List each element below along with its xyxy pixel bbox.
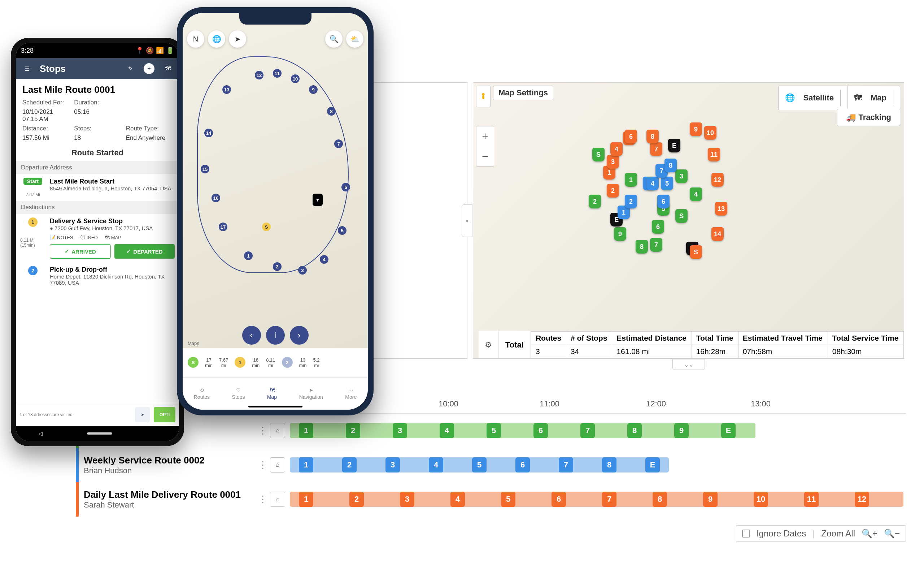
timeline-stop[interactable]: 5 bbox=[501, 492, 515, 507]
timeline-stop[interactable]: 9 bbox=[674, 423, 688, 438]
timeline-stop[interactable]: 3 bbox=[393, 423, 407, 438]
timeline-stop[interactable]: 2 bbox=[350, 492, 364, 507]
timeline-stop[interactable]: 7 bbox=[559, 457, 573, 472]
map-marker[interactable]: 6 bbox=[625, 130, 637, 143]
map-marker[interactable]: S bbox=[592, 148, 604, 161]
timeline-stop[interactable]: E bbox=[645, 457, 660, 472]
map-marker[interactable]: 10 bbox=[704, 126, 717, 140]
timeline-stop[interactable]: 10 bbox=[754, 492, 768, 507]
map-marker[interactable]: 9 bbox=[690, 122, 702, 136]
arrived-button[interactable]: ✓ ARRIVED bbox=[50, 244, 111, 259]
map-settings-button[interactable]: Map Settings bbox=[493, 86, 554, 100]
map-marker[interactable]: 6 bbox=[657, 195, 669, 208]
edit-icon[interactable]: ✎ bbox=[124, 63, 136, 75]
locate-icon[interactable]: ➤ bbox=[229, 30, 246, 48]
home-icon[interactable]: ⌂ bbox=[270, 457, 285, 472]
totals-settings-icon[interactable]: ⚙ bbox=[478, 331, 498, 358]
map-marker[interactable]: 8 bbox=[636, 240, 648, 254]
timeline-stop[interactable]: 5 bbox=[486, 423, 501, 438]
route-menu-icon[interactable]: ⋮ bbox=[255, 459, 270, 471]
navigate-icon[interactable]: ➤ bbox=[135, 407, 150, 422]
timeline-stop[interactable]: 6 bbox=[552, 492, 566, 507]
zoom-in-icon[interactable]: 🔍+ bbox=[861, 528, 878, 538]
map-marker[interactable]: 7 bbox=[650, 238, 662, 252]
map-marker[interactable]: 2 bbox=[625, 195, 637, 208]
map-marker[interactable]: 8 bbox=[646, 130, 659, 143]
map-button[interactable]: 🗺 MAP bbox=[105, 235, 121, 240]
map-marker[interactable]: S bbox=[675, 209, 688, 223]
map-marker-end[interactable]: E bbox=[668, 139, 680, 152]
departed-button[interactable]: ✓ DEPARTED bbox=[114, 244, 175, 259]
timeline-stop[interactable]: 3 bbox=[400, 492, 414, 507]
stop-item-1[interactable]: 18.11 Mi (15min) Delivery & Service Stop… bbox=[16, 214, 179, 262]
map-marker[interactable]: 2 bbox=[607, 184, 619, 198]
map-marker[interactable]: 4 bbox=[610, 142, 622, 156]
search-icon[interactable]: 🔍 bbox=[325, 30, 342, 48]
tab-map[interactable]: 🗺Map bbox=[267, 387, 277, 400]
iphone-map[interactable]: 12 13 14 15 16 17 1 2 3 4 5 6 7 8 9 10 1… bbox=[183, 13, 368, 348]
map-marker[interactable]: 12 bbox=[711, 173, 724, 187]
tab-more[interactable]: ⋯More bbox=[345, 387, 357, 400]
timeline-stop[interactable]: 6 bbox=[534, 423, 548, 438]
ignore-dates-checkbox[interactable] bbox=[742, 529, 750, 537]
timeline-stop[interactable]: 2 bbox=[342, 457, 357, 472]
map-marker[interactable]: 1 bbox=[625, 173, 637, 187]
route-menu-icon[interactable]: ⋮ bbox=[255, 425, 270, 436]
notes-button[interactable]: 📝 NOTES bbox=[50, 235, 73, 240]
timeline-stop[interactable]: 4 bbox=[440, 423, 454, 438]
tracking-button[interactable]: 🚚 Tracking bbox=[837, 109, 900, 126]
timeline-stop[interactable]: 7 bbox=[580, 423, 595, 438]
add-button[interactable]: + bbox=[143, 63, 155, 75]
info-button[interactable]: ⓘ INFO bbox=[81, 234, 98, 241]
map-marker[interactable]: 2 bbox=[589, 195, 601, 208]
tab-stops[interactable]: ♡Stops bbox=[232, 387, 245, 400]
timeline-stop[interactable]: 5 bbox=[472, 457, 486, 472]
map-button[interactable]: 🗺 Map bbox=[848, 86, 900, 110]
zoom-in-button[interactable]: + bbox=[476, 126, 494, 146]
timeline-stop[interactable]: 9 bbox=[703, 492, 717, 507]
back-icon[interactable]: ◁ bbox=[38, 430, 43, 437]
prev-stop-button[interactable]: ‹ bbox=[242, 326, 261, 344]
timeline-stop[interactable]: 12 bbox=[855, 492, 869, 507]
map-marker[interactable]: 11 bbox=[708, 148, 720, 161]
home-indicator[interactable] bbox=[248, 406, 303, 408]
map-marker[interactable]: S bbox=[690, 245, 702, 259]
stop-item-2[interactable]: 2 Pick-up & Drop-off Home Depot, 11820 D… bbox=[16, 262, 179, 289]
map-marker[interactable]: 4 bbox=[646, 177, 659, 190]
map-marker[interactable]: 14 bbox=[711, 227, 724, 241]
route-menu-icon[interactable]: ⋮ bbox=[255, 494, 270, 505]
menu-icon[interactable]: ☰ bbox=[21, 63, 33, 75]
stop-info-button[interactable]: i bbox=[266, 326, 285, 344]
map-icon[interactable]: 🗺 bbox=[162, 63, 174, 75]
home-icon[interactable]: ⌂ bbox=[270, 423, 285, 438]
home-icon[interactable]: ⌂ bbox=[270, 492, 285, 507]
map-marker[interactable]: 3 bbox=[675, 169, 688, 183]
pegman-icon[interactable] bbox=[476, 86, 490, 107]
zoom-all-button[interactable]: Zoom All bbox=[822, 528, 855, 538]
map-marker[interactable]: 8 bbox=[664, 159, 677, 172]
collapse-left-handle[interactable]: « bbox=[462, 205, 472, 237]
map-marker[interactable]: 13 bbox=[715, 202, 727, 216]
timeline-stop[interactable]: 1 bbox=[299, 492, 313, 507]
timeline-stop[interactable]: 8 bbox=[627, 423, 642, 438]
timeline-stop[interactable]: 1 bbox=[299, 457, 313, 472]
tab-routes[interactable]: ⟲Routes bbox=[194, 387, 210, 400]
timeline-stop[interactable]: E bbox=[721, 423, 736, 438]
timeline-stop[interactable]: 7 bbox=[602, 492, 616, 507]
timeline-stop[interactable]: 11 bbox=[804, 492, 819, 507]
weather-icon[interactable]: ⛅ bbox=[346, 30, 363, 48]
timeline-stop[interactable]: 2 bbox=[346, 423, 360, 438]
stop-strip[interactable]: S 17min 7.67mi 1 16min 8.11mi 2 13min 5.… bbox=[183, 348, 368, 377]
compass-icon[interactable]: N bbox=[187, 30, 204, 48]
globe-icon[interactable]: 🌐 bbox=[208, 30, 225, 48]
timeline-stop[interactable]: 3 bbox=[386, 457, 400, 472]
map-marker[interactable]: 4 bbox=[690, 188, 702, 201]
timeline-stop[interactable]: 8 bbox=[652, 492, 667, 507]
home-icon[interactable] bbox=[87, 432, 112, 435]
timeline-stop[interactable]: 8 bbox=[602, 457, 616, 472]
zoom-out-icon[interactable]: 🔍− bbox=[884, 528, 900, 538]
tab-navigation[interactable]: ➤Navigation bbox=[299, 387, 323, 400]
collapse-down-handle[interactable]: ⌄⌄ bbox=[672, 359, 705, 370]
timeline-stop[interactable]: 4 bbox=[429, 457, 443, 472]
satellite-button[interactable]: 🌐 Satellite bbox=[778, 86, 848, 110]
